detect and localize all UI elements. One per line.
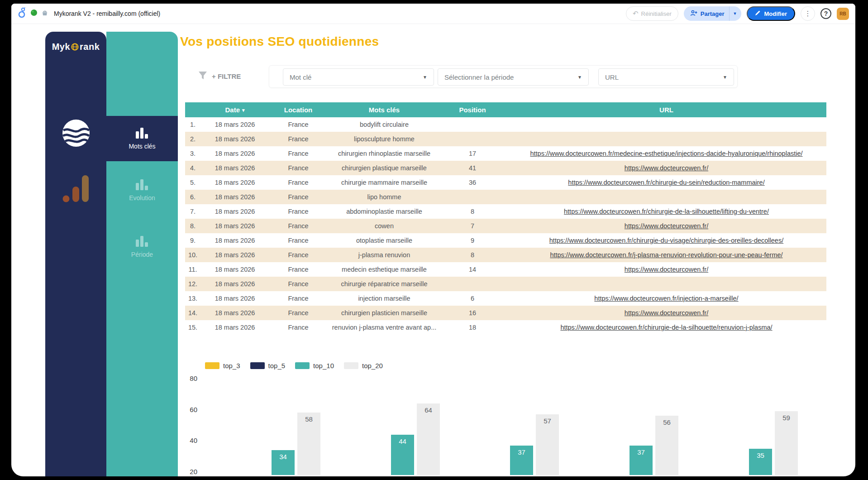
location-cell: France	[267, 320, 330, 335]
url-cell: https://www.docteurcowen.fr/medecine-est…	[506, 146, 826, 161]
table-row: 3.18 mars 2026Francechirurgien rhinoplas…	[185, 146, 826, 161]
position-cell: 14	[439, 262, 506, 277]
page-title: Vos positions SEO quotidiennes	[180, 34, 842, 49]
bar-top_20[interactable]: 56	[655, 416, 678, 475]
url-cell: https://www.docteurcowen.fr/injection-a-…	[506, 291, 826, 306]
add-filter-button[interactable]: + FILTRE	[198, 71, 241, 82]
table-row: 10.18 mars 2026Francej-plasma renuvion8h…	[185, 248, 826, 262]
result-url-link[interactable]: https://www.docteurcowen.fr/medecine-est…	[530, 150, 802, 157]
table-body: 1.18 mars 2026Francebodylift circulaire2…	[185, 117, 826, 335]
table-row: 12.18 mars 2026Francechirurgie réparatri…	[185, 277, 826, 291]
date-cell: 18 mars 2026	[203, 190, 267, 204]
url-cell: https://www.docteurcowen.fr/	[506, 306, 826, 320]
period-filter-dropdown[interactable]: Sélectionner la période▼	[438, 68, 589, 86]
share-dropdown-caret[interactable]: ▼	[729, 6, 742, 21]
keyword-cell: chirurgie mammaire marseille	[330, 175, 439, 190]
page-nav: Mots clés Evolution Période	[106, 32, 178, 476]
position-cell: 41	[439, 161, 506, 175]
legend-swatch	[344, 362, 358, 369]
url-cell: https://www.docteurcowen.fr/j-plasma-ren…	[506, 248, 826, 262]
url-cell: https://www.docteurcowen.fr/	[506, 262, 826, 277]
header-keywords[interactable]: Mots clés	[330, 102, 439, 117]
date-cell: 18 mars 2026	[203, 262, 267, 277]
location-cell: France	[267, 219, 330, 233]
result-url-link[interactable]: https://www.docteurcowen.fr/chirurgie-du…	[549, 237, 783, 244]
location-cell: France	[267, 161, 330, 175]
position-cell: 17	[439, 146, 506, 161]
header-location[interactable]: Location	[267, 102, 330, 117]
legend-item: top_20	[344, 362, 383, 370]
app-window: Mykorank V2 - remibailly.com (officiel) …	[11, 4, 855, 476]
legend-swatch	[250, 362, 265, 369]
location-cell: France	[267, 117, 330, 132]
result-url-link[interactable]: https://www.docteurcowen.fr/chirurgie-de…	[564, 208, 769, 215]
more-options-button[interactable]: ⋮	[801, 6, 815, 21]
pencil-icon	[755, 10, 761, 17]
url-filter-dropdown[interactable]: URL▼	[598, 68, 734, 86]
date-cell: 18 mars 2026	[203, 277, 267, 291]
bar-top_10[interactable]: 37	[630, 446, 653, 475]
table-row: 13.18 mars 2026Franceinjection marseille…	[185, 291, 826, 306]
url-cell: https://www.docteurcowen.fr/chirurgie-de…	[506, 204, 826, 219]
position-cell: 8	[439, 248, 506, 262]
location-cell: France	[267, 190, 330, 204]
table-row: 9.18 mars 2026Franceotoplastie marseille…	[185, 233, 826, 248]
keyword-cell: abdominoplastie marseille	[330, 204, 439, 219]
help-button[interactable]: ?	[820, 8, 831, 19]
url-cell	[506, 117, 826, 132]
result-url-link[interactable]: https://www.docteurcowen.fr/	[625, 266, 708, 273]
row-number: 10.	[185, 248, 203, 262]
bar-top_10[interactable]: 35	[749, 449, 772, 475]
row-number: 3.	[185, 146, 203, 161]
reset-button[interactable]: ↶ Réinitialiser	[626, 6, 678, 21]
result-url-link[interactable]: https://www.docteurcowen.fr/	[625, 309, 708, 317]
keyword-filter-dropdown[interactable]: Mot clé▼	[283, 68, 434, 86]
bar-top_20[interactable]: 64	[417, 403, 440, 475]
tab-periode[interactable]: Période	[106, 224, 178, 269]
header-date[interactable]: Date	[203, 102, 267, 117]
share-button[interactable]: Partager ▼	[684, 6, 742, 21]
row-number: 8.	[185, 219, 203, 233]
topbar: Mykorank V2 - remibailly.com (officiel) …	[11, 4, 855, 24]
avatar[interactable]: RB	[837, 8, 849, 20]
url-cell	[506, 132, 826, 146]
bar-top_20[interactable]: 58	[297, 413, 320, 475]
result-url-link[interactable]: https://www.docteurcowen.fr/chirurgie-du…	[568, 179, 764, 186]
legend-item: top_5	[250, 362, 286, 370]
keyword-cell: chirurgien plasticien marseille	[330, 306, 439, 320]
topbar-actions: ↶ Réinitialiser Partager ▼	[626, 6, 849, 21]
legend-item: top_10	[295, 362, 334, 370]
bar-chart-icon	[135, 179, 149, 190]
tab-mots-cles[interactable]: Mots clés	[106, 116, 178, 161]
analytics-bars-icon	[61, 173, 91, 205]
bar-top_20[interactable]: 57	[536, 414, 559, 475]
keyword-cell: liposculpture homme	[330, 132, 439, 146]
brand-rail: Myk rank	[45, 32, 106, 476]
position-cell: 16	[439, 306, 506, 320]
undo-icon: ↶	[633, 10, 639, 18]
result-url-link[interactable]: https://www.docteurcowen.fr/	[625, 164, 708, 172]
position-cell	[439, 190, 506, 204]
url-cell: https://www.docteurcowen.fr/chirurgie-de…	[506, 320, 826, 335]
bar-value-label: 57	[536, 417, 559, 425]
bar-top_20[interactable]: 59	[775, 411, 798, 475]
url-cell: https://www.docteurcowen.fr/chirurgie-du…	[506, 175, 826, 190]
bar-top_10[interactable]: 34	[272, 450, 295, 475]
bar-top_10[interactable]: 37	[510, 446, 533, 475]
result-url-link[interactable]: https://www.docteurcowen.fr/chirurgie-de…	[560, 324, 772, 331]
url-cell: https://www.docteurcowen.fr/	[506, 161, 826, 175]
result-url-link[interactable]: https://www.docteurcowen.fr/injection-a-…	[594, 295, 738, 302]
tab-evolution[interactable]: Evolution	[106, 168, 178, 213]
result-url-link[interactable]: https://www.docteurcowen.fr/j-plasma-ren…	[550, 251, 782, 259]
header-url[interactable]: URL	[506, 102, 826, 117]
location-cell: France	[267, 291, 330, 306]
header-position[interactable]: Position	[439, 102, 506, 117]
extension-icon[interactable]	[18, 7, 27, 20]
bar-chart-icon	[135, 236, 149, 247]
y-axis-tick: 40	[179, 437, 197, 444]
row-number: 11.	[185, 262, 203, 277]
bar-top_10[interactable]: 44	[391, 435, 414, 475]
funnel-icon	[198, 71, 208, 82]
edit-button[interactable]: Modifier	[747, 6, 795, 21]
result-url-link[interactable]: https://www.docteurcowen.fr/	[625, 222, 708, 230]
